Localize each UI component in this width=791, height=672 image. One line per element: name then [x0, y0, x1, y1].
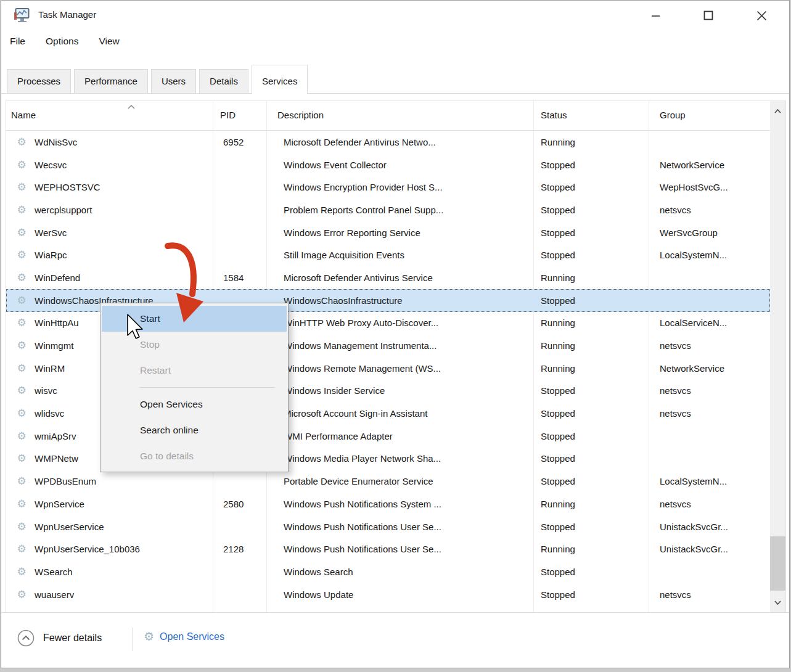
cell-group: LocalSystemN... — [649, 476, 770, 486]
cell-description: Still Image Acquisition Events — [266, 250, 533, 260]
cell-description: Windows Update — [266, 589, 533, 600]
table-row[interactable]: ⚙wuauservWindows UpdateStoppednetsvcs — [6, 583, 770, 606]
column-header-status[interactable]: Status — [533, 101, 649, 130]
service-name: WpnUserService — [35, 522, 104, 532]
context-menu-separator — [102, 383, 287, 391]
context-menu-item-search-online[interactable]: Search online — [102, 417, 287, 443]
cell-status: Stopped — [533, 431, 649, 441]
service-name: WPDBusEnum — [35, 476, 96, 486]
cell-status: Stopped — [533, 160, 649, 170]
cell-group: NetworkService — [649, 363, 770, 374]
cell-status: Stopped — [533, 522, 649, 532]
footer: Fewer details ⚙ Open Services — [1, 612, 789, 668]
scrollbar[interactable] — [770, 101, 785, 612]
cell-name: ⚙WEPHOSTSVC — [6, 181, 213, 194]
service-name: Winmgmt — [35, 340, 73, 351]
service-name: WerSvc — [35, 227, 67, 238]
cell-group: UnistackSvcGr... — [649, 522, 770, 532]
service-name: WinHttpAu — [35, 318, 79, 328]
table-row[interactable]: ⚙WinDefend1584Microsoft Defender Antivir… — [6, 266, 770, 289]
context-menu-item-start[interactable]: Start — [102, 306, 287, 332]
chevron-up-circle-icon — [17, 629, 35, 647]
menubar-item-file[interactable]: File — [10, 36, 25, 47]
service-name: wmiApSrv — [35, 431, 76, 441]
cell-name: ⚙wercplsupport — [6, 203, 213, 216]
service-gear-icon: ⚙ — [14, 475, 29, 488]
cell-status: Stopped — [533, 205, 649, 215]
cell-description: Windows Push Notifications System ... — [266, 499, 533, 509]
cell-group: netsvcs — [649, 340, 770, 351]
table-row[interactable]: ⚙WpnUserServiceWindows Push Notification… — [6, 515, 770, 538]
cell-description: Windows Error Reporting Service — [266, 227, 533, 238]
scroll-up-button[interactable] — [770, 101, 785, 121]
close-button[interactable] — [744, 2, 779, 29]
column-header-description[interactable]: Description — [266, 101, 533, 130]
table-row[interactable]: ⚙WiaRpcStill Image Acquisition EventsSto… — [6, 244, 770, 266]
cell-name: ⚙WerSvc — [6, 226, 213, 239]
tab-performance[interactable]: Performance — [74, 69, 148, 93]
cell-group: WepHostSvcG... — [649, 182, 770, 192]
cell-name: ⚙Wecsvc — [6, 158, 213, 171]
table-row[interactable]: ⚙WpnUserService_10b0362128Windows Push N… — [6, 538, 770, 560]
cell-description: WMI Performance Adapter — [266, 431, 533, 441]
column-header-name[interactable]: Name — [6, 101, 213, 130]
table-row[interactable]: ⚙WecsvcWindows Event CollectorStoppedNet… — [6, 154, 770, 176]
table-row[interactable]: ⚙WPDBusEnumPortable Device Enumerator Se… — [6, 470, 770, 493]
tab-users[interactable]: Users — [151, 69, 196, 93]
tab-bar: ProcessesPerformanceUsersDetailsServices — [1, 59, 789, 94]
cell-description: Windows Push Notifications User Se... — [266, 522, 533, 532]
table-row[interactable]: ⚙WpnService2580Windows Push Notification… — [6, 493, 770, 515]
service-gear-icon: ⚙ — [14, 498, 29, 510]
table-row[interactable]: ⚙wercplsupportProblem Reports Control Pa… — [6, 199, 770, 221]
scrollbar-thumb[interactable] — [770, 536, 785, 591]
open-services-link[interactable]: ⚙ Open Services — [144, 629, 224, 644]
footer-divider — [133, 628, 133, 651]
service-name: WiaRpc — [35, 250, 67, 260]
service-gear-icon: ⚙ — [14, 588, 29, 601]
tab-services[interactable]: Services — [252, 65, 308, 94]
table-row[interactable]: ⚙WEPHOSTSVCWindows Encryption Provider H… — [6, 176, 770, 199]
service-gear-icon: ⚙ — [14, 271, 29, 284]
cell-description: Windows Search — [266, 567, 533, 577]
fewer-details-button[interactable]: Fewer details — [17, 629, 102, 647]
table-row[interactable]: ⚙WdNisSvc6952Microsoft Defender Antiviru… — [6, 131, 770, 154]
menubar-item-view[interactable]: View — [99, 36, 119, 47]
title-bar: Task Manager — [1, 1, 789, 31]
service-gear-icon: ⚙ — [14, 294, 29, 307]
menubar-item-options[interactable]: Options — [46, 36, 78, 47]
service-name: wuauserv — [35, 589, 74, 600]
cell-status: Running — [533, 137, 649, 147]
chevron-up-icon — [774, 109, 781, 113]
tab-processes[interactable]: Processes — [7, 69, 71, 93]
fewer-details-label: Fewer details — [43, 633, 102, 644]
cell-description: WinHTTP Web Proxy Auto-Discover... — [266, 318, 533, 328]
column-header-pid[interactable]: PID — [213, 101, 266, 130]
table-row[interactable]: ⚙WSearchWindows SearchStopped — [6, 560, 770, 583]
minimize-button[interactable] — [637, 2, 673, 29]
service-name: WSearch — [35, 567, 73, 577]
service-gear-icon: ⚙ — [14, 362, 29, 375]
cell-status: Stopped — [533, 250, 649, 260]
cell-description: Problem Reports Control Panel Supp... — [266, 205, 533, 215]
context-menu-item-open-services[interactable]: Open Services — [102, 391, 287, 417]
cell-description: WindowsChaosInfrastructure — [266, 295, 533, 306]
table-row[interactable]: ⚙WerSvcWindows Error Reporting ServiceSt… — [6, 221, 770, 244]
scroll-down-button[interactable] — [770, 592, 785, 612]
task-manager-app-icon — [14, 7, 31, 24]
cell-group: netsvcs — [649, 205, 770, 215]
service-name: wisvc — [35, 385, 57, 396]
tab-details[interactable]: Details — [199, 69, 248, 93]
cell-group: LocalServiceN... — [649, 318, 770, 328]
cell-status: Stopped — [533, 567, 649, 577]
cell-status: Stopped — [533, 227, 649, 238]
column-header-group[interactable]: Group — [649, 101, 770, 130]
task-manager-window: Task Manager FileOptionsView ProcessesPe… — [1, 0, 790, 668]
cell-description: Portable Device Enumerator Service — [266, 476, 533, 486]
cell-description: Windows Remote Management (WS... — [266, 363, 533, 374]
maximize-button[interactable] — [691, 2, 726, 29]
cell-name: ⚙WiaRpc — [6, 248, 213, 261]
service-gear-icon: ⚙ — [14, 248, 29, 261]
cell-group: WerSvcGroup — [649, 227, 770, 238]
service-gear-icon: ⚙ — [14, 384, 29, 397]
context-menu-item-go-to-details: Go to details — [102, 443, 287, 469]
